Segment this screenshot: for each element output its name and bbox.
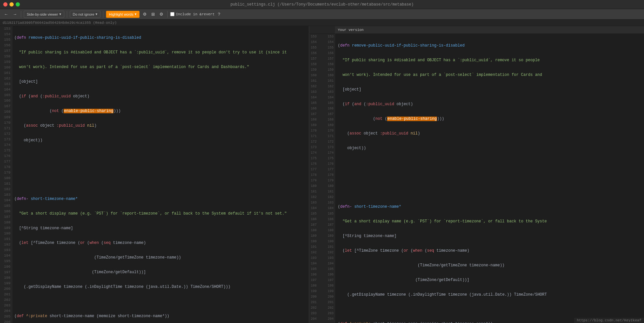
include-revert-checkbox[interactable]	[170, 12, 174, 16]
code-line: (def ^:private short-timezone-name (memo…	[14, 314, 307, 319]
code-line: [object]	[14, 79, 307, 85]
left-code-container: 153154155156157 158159160161162 16316416…	[0, 26, 309, 323]
maximize-button[interactable]	[16, 2, 20, 7]
left-diff-pane: 153154155156157 158159160161162 16316416…	[0, 26, 309, 323]
ignore-button[interactable]: Do not ignore ▾	[70, 11, 100, 18]
toolbar-separator-1	[21, 11, 21, 18]
center-gutter: 153153 154154 155155 156156 157157 15815…	[309, 26, 335, 323]
toolbar-separator-2	[67, 11, 67, 18]
toolbar-separator-4	[167, 11, 168, 18]
code-line: (defn- short-timezone-name*	[338, 204, 642, 210]
right-code-content: (defn remove-public-uuid-if-public-shari…	[335, 34, 644, 323]
code-line	[14, 152, 307, 158]
toolbar: ← → Side-by-side viewer ▾ Do not ignore …	[0, 9, 644, 20]
left-code-content: (defn remove-public-uuid-if-public-shari…	[12, 26, 309, 323]
code-line: (TimeZone/getTimeZone timezone-name))	[338, 263, 642, 268]
code-line: "If public sharing is #disabled and OBJE…	[14, 50, 307, 55]
code-line: (let [^TimeZone timezone (or (when (seq …	[338, 248, 642, 254]
code-line: (defn remove-public-uuid-if-public-shari…	[338, 43, 642, 49]
right-diff-pane: Your version (defn remove-public-uuid-if…	[335, 26, 644, 323]
window-title: public_settings.clj (/Users/Tony/Documen…	[231, 2, 414, 7]
code-line: (defn remove-public-uuid-if-public-shari…	[14, 35, 307, 41]
code-line: (let [^TimeZone timezone (or (when (seq …	[14, 240, 307, 246]
left-line-numbers: 153154155156157 158159160161162 16316416…	[0, 26, 12, 323]
code-line: [object]	[338, 87, 642, 92]
code-line	[14, 167, 307, 173]
code-line	[338, 175, 642, 180]
code-line: (defn- short-timezone-name*	[14, 196, 307, 202]
nav-back-button[interactable]: ←	[3, 11, 9, 18]
code-line	[338, 190, 642, 195]
highlight-dropdown-icon: ▾	[135, 12, 137, 16]
code-line: object))	[338, 146, 642, 151]
titlebar: public_settings.clj (/Users/Tony/Documen…	[0, 0, 644, 9]
code-line: "Get a short display name (e.g. `PST`) f…	[14, 211, 307, 217]
code-line: (not (enable-public-sharing)))	[14, 108, 307, 114]
code-line	[338, 160, 642, 166]
code-line	[338, 307, 642, 312]
include-revert-text: Include in &revert	[176, 12, 215, 16]
highlight-words-label: Highlight words	[109, 12, 133, 16]
code-line	[14, 182, 307, 187]
code-line: (TimeZone/getDefault))]	[338, 277, 642, 283]
minimize-button[interactable]	[9, 2, 14, 7]
breadcrumb-bar: d1192171a83905f86642ad564284b8e29c4ca135…	[0, 20, 644, 26]
status-url: https://blog.csdn.net/KeyIkeaf	[577, 318, 641, 322]
code-line: won't work). Intended for use as part of…	[14, 64, 307, 70]
viewer-dropdown-icon: ▾	[59, 12, 61, 16]
ignore-dropdown-icon: ▾	[96, 12, 97, 16]
code-line: (not (enable-public-sharing)))	[338, 116, 642, 122]
viewer-label: Side-by-side viewer	[27, 12, 58, 16]
code-line: won't work). Intended for use as part of…	[338, 72, 642, 78]
nav-forward-button[interactable]: →	[11, 11, 18, 18]
viewer-mode-button[interactable]: Side-by-side viewer ▾	[24, 11, 64, 18]
toolbar-separator-3	[103, 11, 103, 18]
include-revert-label[interactable]: Include in &revert	[170, 12, 215, 16]
code-line: (assoc object :public_uuid nil)	[338, 131, 642, 136]
diff-main: 153154155156157 158159160161162 16316416…	[0, 26, 644, 323]
code-line	[14, 299, 307, 304]
extra-settings-button[interactable]: ⚙	[158, 11, 165, 18]
code-line: (if (and (:public_uuid object)	[338, 102, 642, 107]
ignore-label: Do not ignore	[73, 12, 94, 16]
help-button[interactable]: ?	[217, 11, 221, 18]
your-version-header: Your version	[335, 26, 644, 34]
code-line: (TimeZone/getDefault))]	[14, 270, 307, 275]
code-line: (if (and (:public_uuid object)	[14, 94, 307, 99]
toggle-view-button[interactable]: ⊞	[150, 11, 156, 18]
code-line: [^String timezone-name]	[14, 226, 307, 231]
close-button[interactable]	[3, 2, 7, 7]
code-line: [^String timezone-name]	[338, 233, 642, 239]
code-line: object))	[14, 138, 307, 143]
breadcrumb: d1192171a83905f86642ad564284b8e29c4ca135…	[3, 21, 117, 25]
code-line: (assoc object :public_uuid nil)	[14, 123, 307, 129]
code-line: (.getDisplayName timezone (.inDaylightTi…	[14, 284, 307, 290]
code-line: (TimeZone/getTimeZone timezone-name))	[14, 255, 307, 260]
status-bar: https://blog.csdn.net/KeyIkeaf	[574, 318, 644, 323]
window-controls	[3, 2, 20, 7]
code-line: "Get a short display name (e.g. `PST`) f…	[338, 219, 642, 224]
code-line: "If public sharing is #disabled and OBJE…	[338, 58, 642, 63]
right-code-container: (defn remove-public-uuid-if-public-shari…	[335, 34, 644, 323]
your-version-label: Your version	[338, 28, 364, 32]
code-line: (.getDisplayName timezone (.inDaylightTi…	[338, 292, 642, 298]
settings-icon-button[interactable]: ⚙	[142, 11, 148, 18]
highlight-words-button[interactable]: Highlight words ▾	[106, 11, 140, 18]
